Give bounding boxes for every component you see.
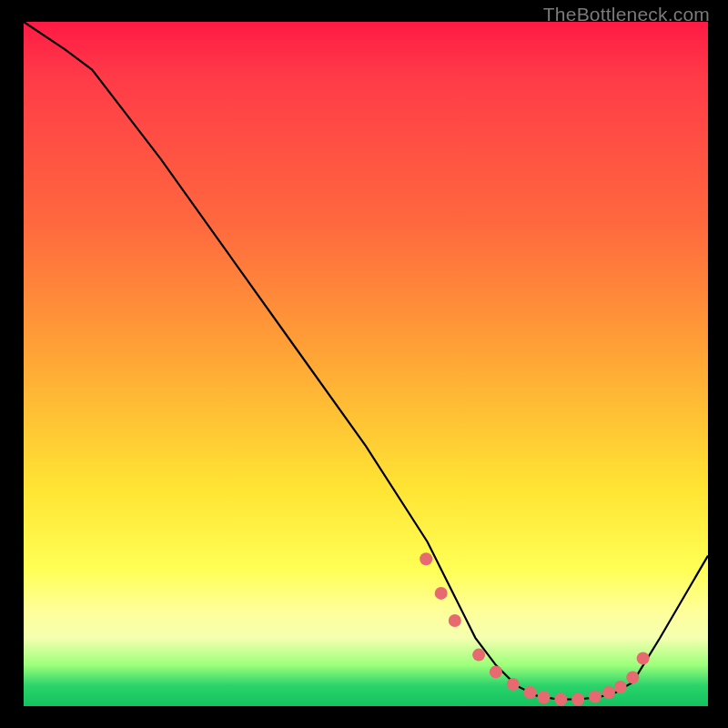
marker-dot <box>507 678 520 691</box>
marker-dot <box>637 652 650 664</box>
marker-dot <box>614 681 627 693</box>
marker-dot <box>626 671 639 683</box>
marker-group <box>420 552 649 705</box>
chart-svg <box>24 22 708 706</box>
marker-dot <box>602 686 615 699</box>
marker-dot <box>589 691 602 703</box>
marker-dot <box>571 693 584 706</box>
plot-area <box>24 22 708 706</box>
marker-dot <box>490 665 502 678</box>
marker-dot <box>472 649 485 662</box>
marker-dot <box>435 587 448 600</box>
marker-dot <box>524 686 537 699</box>
marker-dot <box>538 691 551 703</box>
chart-frame: TheBottleneck.com <box>0 0 728 728</box>
marker-dot <box>554 693 567 706</box>
bottleneck-curve-line <box>24 22 708 700</box>
marker-dot <box>449 614 461 627</box>
marker-dot <box>420 552 432 565</box>
